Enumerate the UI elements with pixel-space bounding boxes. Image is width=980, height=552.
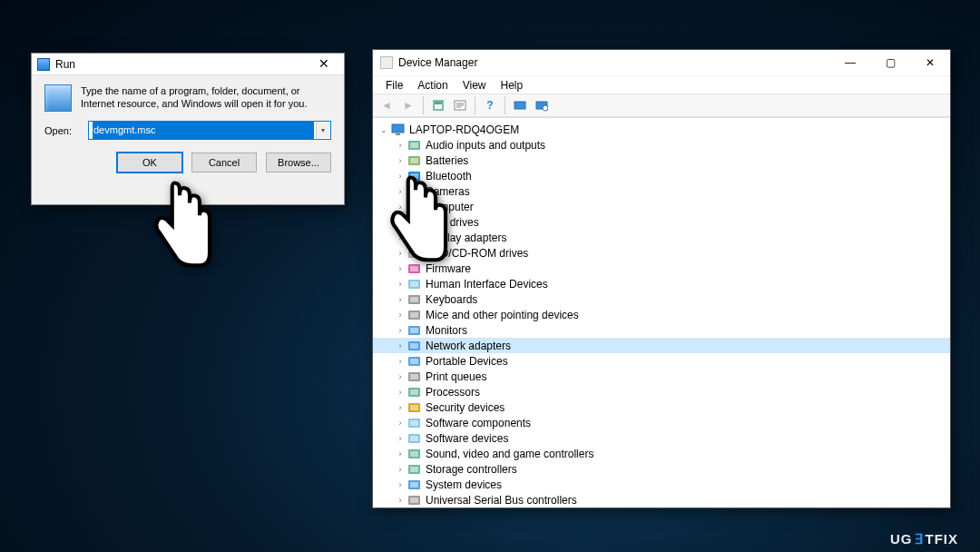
menu-view[interactable]: View (456, 76, 494, 94)
tree-category-label: Processors (426, 385, 480, 399)
tree-category[interactable]: ›Disk drives (373, 214, 950, 230)
svg-rect-9 (392, 124, 404, 133)
minimize-button[interactable]: — (830, 50, 870, 75)
tree-category-label: Computer (426, 200, 474, 214)
tree-category[interactable]: ›Bluetooth (373, 168, 950, 183)
tree-category[interactable]: ›Display adapters (373, 230, 950, 245)
menu-action[interactable]: Action (410, 76, 455, 94)
tree-category[interactable]: ›Storage controllers (373, 461, 950, 477)
menu-help[interactable]: Help (494, 76, 531, 94)
svg-rect-32 (410, 297, 418, 302)
tree-category[interactable]: ›Monitors (373, 322, 950, 338)
svg-rect-52 (410, 451, 418, 457)
cancel-button[interactable]: Cancel (191, 153, 257, 172)
uninstall-button[interactable] (532, 95, 552, 115)
back-button[interactable]: ◄ (377, 95, 397, 115)
expand-icon[interactable]: › (395, 184, 406, 199)
disk-icon (407, 216, 422, 229)
firmware-icon (407, 262, 422, 275)
tree-category[interactable]: ›Computer (373, 199, 950, 214)
tree-category-label: Print queues (426, 370, 486, 384)
tree-category[interactable]: ›Network adapters (373, 338, 950, 353)
software-icon (407, 432, 422, 445)
tree-category[interactable]: ›System devices (373, 477, 950, 492)
chevron-down-icon[interactable]: ▾ (316, 123, 329, 138)
scan-button[interactable] (510, 95, 530, 115)
dm-toolbar: ◄ ► ? (373, 94, 950, 117)
expand-icon[interactable]: › (395, 447, 406, 461)
tree-category-label: Security devices (426, 400, 505, 415)
tree-category-label: Batteries (426, 153, 468, 168)
cpu-icon (407, 386, 422, 399)
expand-icon[interactable]: › (395, 308, 406, 322)
show-hidden-button[interactable] (428, 95, 448, 115)
tree-category[interactable]: ›Keyboards (373, 291, 950, 307)
expand-icon[interactable]: › (395, 215, 406, 230)
dm-titlebar[interactable]: Device Manager — ▢ ✕ (373, 50, 950, 75)
tree-root[interactable]: ⌄LAPTOP-RDQ4OGEM (373, 122, 950, 137)
collapse-icon[interactable]: ⌄ (378, 123, 389, 137)
svg-rect-56 (410, 482, 418, 488)
browse-button[interactable]: Browse... (266, 153, 331, 172)
close-button[interactable]: ✕ (308, 55, 340, 74)
expand-icon[interactable]: › (395, 339, 406, 353)
help-button[interactable]: ? (480, 95, 500, 115)
tree-category[interactable]: ›Print queues (373, 369, 950, 384)
expand-icon[interactable]: › (395, 292, 406, 307)
dm-title: Device Manager (398, 56, 477, 69)
tree-category[interactable]: ›Firmware (373, 261, 950, 276)
tree-category[interactable]: ›Human Interface Devices (373, 276, 950, 291)
expand-icon[interactable]: › (395, 462, 406, 477)
svg-rect-40 (410, 359, 418, 364)
tree-category[interactable]: ›Batteries (373, 153, 950, 168)
tree-category[interactable]: ›Sound, video and game controllers (373, 446, 950, 461)
maximize-button[interactable]: ▢ (870, 50, 910, 75)
expand-icon[interactable]: › (395, 231, 406, 245)
tree-category[interactable]: ›Portable Devices (373, 353, 950, 369)
tree-category[interactable]: ›Cameras (373, 183, 950, 199)
expand-icon[interactable]: › (395, 169, 406, 183)
open-combobox[interactable]: devmgmt.msc ▾ (88, 121, 331, 140)
separator (505, 96, 505, 114)
close-button[interactable]: ✕ (910, 50, 950, 75)
tree-category[interactable]: ›Processors (373, 384, 950, 399)
tree-category[interactable]: ›Audio inputs and outputs (373, 137, 950, 153)
open-input[interactable]: devmgmt.msc (88, 121, 331, 140)
tree-category[interactable]: ›Mice and other pointing devices (373, 307, 950, 322)
expand-icon[interactable]: › (395, 385, 406, 399)
expand-icon[interactable]: › (395, 200, 406, 214)
expand-icon[interactable]: › (395, 493, 406, 508)
expand-icon[interactable]: › (395, 323, 406, 338)
network-icon (407, 340, 422, 352)
tree-category-label: System devices (426, 478, 502, 492)
expand-icon[interactable]: › (395, 416, 406, 430)
audio-icon (407, 139, 422, 152)
expand-icon[interactable]: › (395, 277, 406, 291)
expand-icon[interactable]: › (395, 246, 406, 261)
tree-category[interactable]: ›Security devices (373, 399, 950, 415)
svg-rect-16 (410, 173, 418, 179)
expand-icon[interactable]: › (395, 138, 406, 153)
run-titlebar[interactable]: Run ✕ (32, 54, 344, 75)
expand-icon[interactable]: › (395, 261, 406, 276)
device-tree[interactable]: ⌄LAPTOP-RDQ4OGEM›Audio inputs and output… (373, 117, 950, 508)
svg-rect-42 (410, 374, 418, 380)
expand-icon[interactable]: › (395, 354, 406, 369)
tree-category[interactable]: ›Universal Serial Bus controllers (373, 492, 950, 508)
tree-category[interactable]: ›Software devices (373, 430, 950, 446)
tree-category[interactable]: ›DVD/CD-ROM drives (373, 245, 950, 261)
expand-icon[interactable]: › (395, 478, 406, 492)
expand-icon[interactable]: › (395, 153, 406, 168)
svg-rect-50 (410, 436, 418, 441)
tree-category[interactable]: ›Software components (373, 415, 950, 430)
properties-button[interactable] (450, 95, 470, 115)
expand-icon[interactable]: › (395, 370, 406, 384)
expand-icon[interactable]: › (395, 431, 406, 446)
storage-icon (407, 463, 422, 476)
forward-button[interactable]: ► (398, 95, 418, 115)
ok-button[interactable]: OK (117, 153, 182, 172)
menu-file[interactable]: File (378, 76, 410, 94)
svg-rect-10 (396, 133, 400, 135)
expand-icon[interactable]: › (395, 400, 406, 415)
software-icon (407, 417, 422, 429)
